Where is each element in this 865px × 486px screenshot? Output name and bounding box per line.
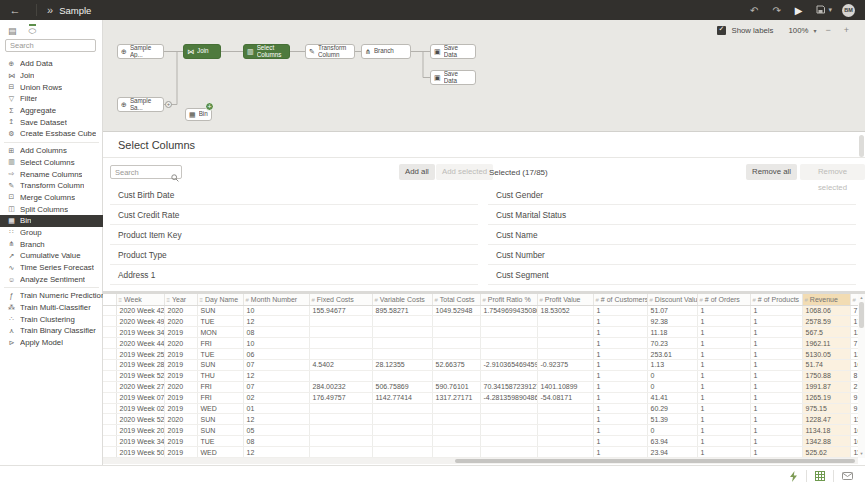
column-header[interactable]: ≡Week	[116, 294, 164, 305]
sidebar-item-join[interactable]: ⋈Join	[0, 70, 103, 82]
node-join[interactable]: ⋈ Join	[183, 44, 221, 59]
selected-column-item[interactable]: Cust Marital Status	[488, 205, 856, 225]
add-selected-button[interactable]: Add selected	[436, 164, 493, 180]
available-column-item[interactable]: Cust Birth Date	[110, 185, 478, 205]
column-header[interactable]: #Variable Costs	[372, 294, 432, 305]
run-flow-icon[interactable]: ▶	[795, 5, 803, 16]
sidebar-item-apply-model[interactable]: ⊳Apply Model	[0, 337, 103, 349]
flash-icon[interactable]	[789, 471, 798, 482]
show-labels-checkbox[interactable]	[717, 26, 726, 35]
scrollbar-thumb[interactable]	[455, 459, 855, 463]
scroll-down-icon[interactable]: ▼	[858, 450, 865, 458]
sidebar-search-input[interactable]	[5, 39, 96, 52]
table-row[interactable]: 2019 Week 342019TUE08163.94111342.8810	[103, 436, 858, 447]
selected-column-item[interactable]: Cust Number	[488, 245, 856, 265]
sidebar-item-train-clustering[interactable]: ∴Train Clustering	[0, 313, 103, 325]
redo-icon[interactable]: ↷	[772, 5, 780, 16]
table-row[interactable]: 2020 Week 272020FRI07284.00232506.758695…	[103, 381, 858, 392]
sidebar-item-create-essbase-cube[interactable]: ⚙Create Essbase Cube	[0, 128, 103, 140]
node-select-columns[interactable]: ▥ Select Columns	[243, 44, 290, 59]
scrollbar-thumb[interactable]	[859, 302, 864, 328]
column-header[interactable]: #Profit Value	[537, 294, 593, 305]
undo-icon[interactable]: ↶	[750, 5, 758, 16]
sidebar-item-branch[interactable]: ⋔Branch	[0, 238, 103, 250]
sidebar-item-add-columns[interactable]: ⊞Add Columns	[0, 145, 103, 157]
table-row[interactable]: 2019 Week 502019WED12123.9411525.6211	[103, 447, 858, 458]
column-header[interactable]: #Fixed Costs	[309, 294, 372, 305]
sidebar-item-split-columns[interactable]: ◫Split Columns	[0, 203, 103, 215]
table-row[interactable]: 2020 Week 422020SUN10155.94677895.582711…	[103, 305, 858, 316]
column-header[interactable]: #Revenue	[802, 294, 850, 305]
column-header[interactable]: #Discount Value	[647, 294, 697, 305]
sidebar-item-save-dataset[interactable]: ↥Save Dataset	[0, 116, 103, 128]
column-header[interactable]: #Month Number	[243, 294, 309, 305]
sidebar-item-analyze-sentiment[interactable]: ☺Analyze Sentiment	[0, 273, 103, 285]
sidebar-item-select-columns[interactable]: ▥Select Columns	[0, 157, 103, 169]
sidebar-item-train-binary-classifier[interactable]: ⋏Train Binary Classifier	[0, 325, 103, 337]
table-row[interactable]: 2019 Week 072019FRI02176.497571142.77414…	[103, 392, 858, 403]
node-sample-sa[interactable]: ⊕ Sample Sa...	[117, 97, 164, 112]
add-all-button[interactable]: Add all	[399, 164, 435, 180]
sidebar-item-train-numeric-prediction[interactable]: ƒTrain Numeric Prediction	[0, 290, 103, 302]
sidebar-item-rename-columns[interactable]: ⇨Rename Columns	[0, 168, 103, 180]
table-row[interactable]: 2019 Week 282019SUN074.540228.1235552.66…	[103, 359, 858, 370]
zoom-level-dropdown[interactable]: 100%	[789, 26, 809, 35]
table-row[interactable]: 2019 Week 522019THU1210111750.888	[103, 370, 858, 381]
save-icon[interactable]	[816, 5, 825, 16]
selected-column-item[interactable]: Cust Gender	[488, 185, 856, 205]
sidebar-item-merge-columns[interactable]: ⊡Merge Columns	[0, 192, 103, 204]
remove-all-button[interactable]: Remove all	[746, 164, 797, 180]
selected-column-item[interactable]: Cust Segment	[488, 265, 856, 285]
steps-tab-icon[interactable]: ⬭	[29, 24, 37, 37]
node-save-data-2[interactable]: ▣ Save Data	[430, 70, 476, 85]
save-menu-caret-icon[interactable]: ▾	[828, 6, 832, 14]
node-save-data-1[interactable]: ▣ Save Data	[430, 44, 476, 59]
available-column-item[interactable]: Product Item Key	[110, 225, 478, 245]
table-vertical-scrollbar[interactable]: ▲ ▼	[858, 294, 865, 458]
back-icon[interactable]: ←	[0, 4, 30, 16]
table-row[interactable]: 2020 Week 522020SUN12151.39111228.4711	[103, 414, 858, 425]
node-sample-ap[interactable]: ⊕ Sample Ap...	[117, 44, 164, 59]
available-column-item[interactable]: Cust Credit Rate	[110, 205, 478, 225]
available-column-item[interactable]: Product Type	[110, 245, 478, 265]
table-row[interactable]: 2019 Week 202019SUN0510111134.1810	[103, 425, 858, 436]
sidebar-item-add-data[interactable]: ⊕Add Data	[0, 58, 103, 70]
flow-canvas[interactable]: Show labels 100% ▾ − + ⊕ Sample Ap... ⋈ …	[103, 20, 865, 132]
data-sources-tab-icon[interactable]: ▤	[8, 24, 17, 37]
column-header[interactable]: ≡Day Name	[197, 294, 243, 305]
sidebar-item-filter[interactable]: ▽Filter	[0, 93, 103, 105]
sidebar-item-train-multi-classifier[interactable]: ⁂Train Multi-Classifier	[0, 302, 103, 314]
available-column-item[interactable]: Address 1	[110, 265, 478, 285]
sidebar-item-aggregate[interactable]: ΣAggregate	[0, 105, 103, 117]
column-header[interactable]: #Profit Ratio %	[480, 294, 537, 305]
sidebar-item-bin[interactable]: ▦Bin	[0, 215, 103, 227]
column-header[interactable]: ## of Orders	[697, 294, 750, 305]
avatar[interactable]: BM	[842, 4, 855, 17]
grid-view-icon[interactable]	[815, 471, 825, 481]
zoom-in-button[interactable]: +	[840, 25, 853, 35]
remove-selected-button[interactable]: Remove selected	[800, 164, 865, 180]
panel-scrollbar[interactable]	[859, 135, 864, 285]
node-branch[interactable]: ⋔ Branch	[361, 44, 411, 59]
sidebar-item-union-rows[interactable]: ⊟Union Rows	[0, 81, 103, 93]
sidebar-item-group[interactable]: ∷Group	[0, 227, 103, 239]
node-transform-column[interactable]: ✎ Transform Column	[305, 44, 355, 59]
table-row[interactable]: 2019 Week 252019TUE061253.61115130.0512	[103, 349, 858, 360]
table-horizontal-scrollbar[interactable]	[103, 458, 858, 464]
zoom-caret-icon[interactable]: ▾	[813, 27, 816, 34]
column-header[interactable]: #	[850, 294, 858, 305]
column-header[interactable]: ≡Year	[164, 294, 197, 305]
table-row[interactable]: 2019 Week 022019WED01160.2911975.159	[103, 403, 858, 414]
table-row[interactable]: 2019 Week 342019MON08111.1811567.512	[103, 327, 858, 338]
connector-add-icon[interactable]: +	[165, 101, 172, 108]
column-header[interactable]: #Total Costs	[432, 294, 480, 305]
mail-icon[interactable]	[842, 472, 853, 480]
column-header[interactable]: ## of Customers	[593, 294, 647, 305]
table-row[interactable]: 2020 Week 442020FRI10170.23111962.117	[103, 338, 858, 349]
scroll-up-icon[interactable]: ▲	[858, 294, 865, 302]
column-header[interactable]: ## of Products	[750, 294, 802, 305]
zoom-out-button[interactable]: −	[821, 25, 834, 35]
table-row[interactable]: 2020 Week 492020TUE12192.38112578.5917	[103, 316, 858, 327]
selected-column-item[interactable]: Cust Name	[488, 225, 856, 245]
sidebar-item-transform-column[interactable]: ✎Transform Column	[0, 180, 103, 192]
